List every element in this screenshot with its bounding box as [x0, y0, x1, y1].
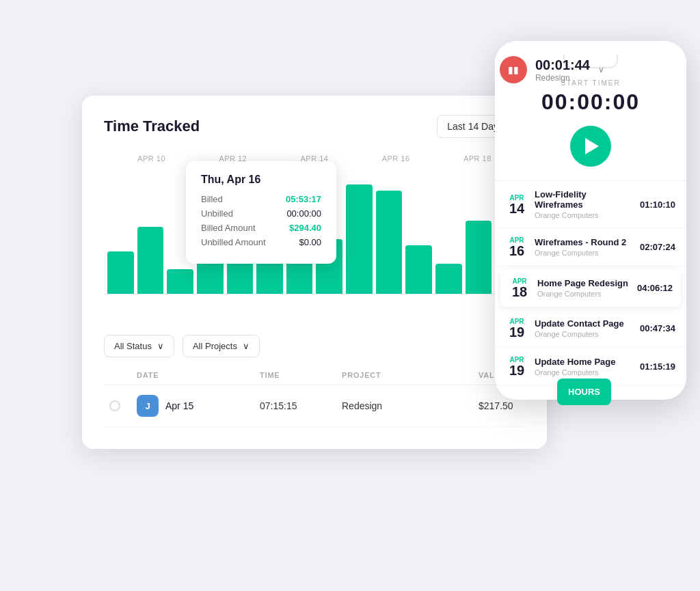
- card-title: Time Tracked: [104, 118, 200, 135]
- phone-entry-1: APR 16 Wireframes - Round 2 Orange Compu…: [495, 228, 686, 266]
- timer-chevron[interactable]: ∨: [598, 65, 604, 74]
- col-header-date: DATE: [137, 371, 260, 379]
- col-header-time: TIME: [260, 371, 342, 379]
- entry-info: Home Page Redesign Orange Computers: [537, 278, 630, 298]
- row-checkbox[interactable]: [109, 400, 120, 411]
- chart-bar-10: [405, 245, 432, 294]
- tooltip-billed-row: Billed 05:53:17: [201, 194, 321, 204]
- entry-task: Update Home Page: [535, 357, 633, 367]
- tooltip-billed-amount-row: Billed Amount $294.40: [201, 223, 321, 233]
- entry-client: Orange Computers: [537, 290, 630, 298]
- status-filter-chevron: ∨: [157, 341, 164, 351]
- entry-duration: 04:06:12: [637, 283, 673, 293]
- phone-mockup: START TIMER 00:00:00 APR 14 Low-Fidelity…: [495, 41, 686, 400]
- phone-play-icon: [585, 138, 599, 154]
- entry-date-col: APR 19: [506, 318, 528, 339]
- entry-date-col: APR 19: [506, 356, 528, 377]
- entry-day: 18: [512, 285, 527, 299]
- chart-bar-1: [137, 227, 164, 294]
- status-filter[interactable]: All Status ∨: [104, 335, 174, 357]
- entry-info: Update Home Page Orange Computers: [535, 357, 633, 376]
- chart-bar-12: [466, 221, 492, 294]
- entry-duration: 01:15:19: [640, 361, 675, 372]
- tooltip-unbilled-value: 00:00:00: [286, 208, 321, 219]
- entry-day: 14: [509, 202, 524, 215]
- entry-task: Low-Fidelity Wireframes: [535, 189, 633, 210]
- tooltip-unbilled-row: Unbilled 00:00:00: [201, 208, 321, 219]
- phone-timer-section: START TIMER 00:00:00: [495, 79, 686, 181]
- tooltip-unbilled-label: Unbilled: [201, 208, 233, 219]
- tooltip-unbilled-amount-row: Unbilled Amount $0.00: [201, 237, 321, 247]
- pause-button[interactable]: ▮▮: [500, 56, 527, 83]
- entry-task: Home Page Redesign: [537, 278, 630, 288]
- tooltip-unbilled-amount-label: Unbilled Amount: [201, 237, 266, 247]
- phone-play-button[interactable]: [570, 126, 611, 167]
- hours-button[interactable]: HOURS: [557, 379, 611, 405]
- entry-info: Wireframes - Round 2 Orange Computers: [535, 237, 633, 257]
- entry-duration: 00:47:34: [640, 323, 675, 333]
- chart-tooltip: Thu, Apr 16 Billed 05:53:17 Unbilled 00:…: [186, 161, 336, 264]
- col-header-project: PROJECT: [342, 371, 479, 379]
- phone-timer-display: 00:00:00: [509, 90, 673, 115]
- user-avatar: J: [137, 395, 159, 417]
- chart-x-label-3: APR 16: [382, 154, 410, 163]
- entry-duration: 02:07:24: [640, 242, 675, 252]
- table-header: DATE TIME PROJECT VALUE: [104, 371, 525, 385]
- entry-date-col: APR 14: [506, 194, 528, 215]
- row-user: J Apr 15: [137, 395, 260, 417]
- status-filter-label: All Status: [114, 341, 152, 351]
- phone-entries-list: APR 14 Low-Fidelity Wireframes Orange Co…: [495, 181, 686, 386]
- filters-row: All Status ∨ All Projects ∨: [104, 335, 525, 357]
- row-project: Redesign: [342, 400, 479, 411]
- chart-bar-11: [435, 264, 462, 294]
- entry-month: APR: [509, 194, 524, 202]
- entry-info: Update Contact Page Orange Computers: [535, 318, 633, 338]
- entry-client: Orange Computers: [535, 211, 633, 219]
- table-row: J Apr 15 07:15:15 Redesign $217.50: [104, 385, 525, 427]
- entry-day: 19: [509, 325, 524, 339]
- phone-entry-0: APR 14 Low-Fidelity Wireframes Orange Co…: [495, 181, 686, 228]
- entry-date-col: APR 18: [509, 277, 530, 299]
- chart-bar-9: [376, 191, 403, 294]
- chart-bar-0: [107, 251, 134, 294]
- chart-bar-2: [167, 269, 193, 294]
- chart-x-label-4: APR 18: [463, 154, 492, 163]
- row-time: 07:15:15: [260, 400, 342, 411]
- chart-bar-8: [346, 184, 373, 294]
- entry-info: Low-Fidelity Wireframes Orange Computers: [535, 189, 633, 219]
- hours-button-label: HOURS: [568, 387, 600, 397]
- timer-bar: ▮▮ 00:01:44 Redesign ∨: [500, 56, 604, 83]
- entry-day: 16: [509, 244, 524, 258]
- projects-filter-label: All Projects: [193, 341, 237, 351]
- entry-client: Orange Computers: [535, 330, 633, 338]
- entry-client: Orange Computers: [535, 368, 633, 376]
- tooltip-billed-value: 05:53:17: [286, 194, 321, 204]
- row-value: $217.50: [479, 400, 561, 411]
- dashboard-card: Time Tracked Last 14 Days ∨ APR 10 APR 1…: [82, 96, 547, 449]
- entry-duration: 01:10:10: [640, 200, 675, 210]
- entry-client: Orange Computers: [535, 249, 633, 257]
- tooltip-billed-amount-label: Billed Amount: [201, 223, 256, 233]
- timer-project: Redesign: [535, 73, 590, 83]
- projects-filter-chevron: ∨: [243, 341, 250, 351]
- pause-icon: ▮▮: [508, 64, 519, 75]
- chart-area: Thu, Apr 16 Billed 05:53:17 Unbilled 00:…: [104, 168, 525, 318]
- tooltip-date: Thu, Apr 16: [201, 174, 321, 186]
- user-name: Apr 15: [165, 400, 193, 411]
- chart-x-label-0: APR 10: [137, 154, 165, 163]
- timer-info: 00:01:44 Redesign: [535, 57, 590, 83]
- entry-day: 19: [509, 363, 524, 377]
- phone-entry-2: APR 18 Home Page Redesign Orange Compute…: [500, 269, 681, 307]
- chart-bars-container: Thu, Apr 16 Billed 05:53:17 Unbilled 00:…: [104, 168, 525, 294]
- entry-task: Wireframes - Round 2: [535, 237, 633, 247]
- timer-time: 00:01:44: [535, 57, 590, 73]
- tooltip-billed-label: Billed: [201, 194, 223, 204]
- entry-task: Update Contact Page: [535, 318, 633, 329]
- tooltip-unbilled-amount-value: $0.00: [299, 237, 321, 247]
- tooltip-billed-amount-value: $294.40: [289, 223, 321, 233]
- projects-filter[interactable]: All Projects ∨: [183, 335, 260, 357]
- entry-date-col: APR 16: [506, 236, 528, 258]
- phone-entry-3: APR 19 Update Contact Page Orange Comput…: [495, 310, 686, 348]
- card-header: Time Tracked Last 14 Days ∨: [104, 115, 525, 138]
